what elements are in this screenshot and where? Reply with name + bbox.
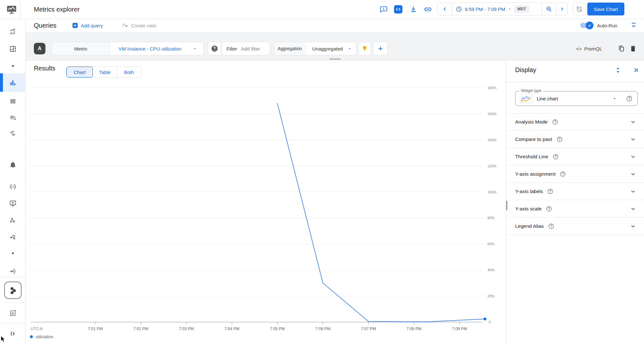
help-outline-icon[interactable] xyxy=(556,136,563,143)
delete-query-button[interactable] xyxy=(629,45,637,52)
metric-label: Metric xyxy=(52,42,110,55)
bubbles-icon xyxy=(9,233,17,241)
aggregation-value: Unaggregated xyxy=(312,46,343,51)
list-lines-icon xyxy=(9,97,17,105)
expand-sections-button[interactable] xyxy=(614,66,622,74)
help-outline-icon[interactable] xyxy=(547,188,553,195)
sidebar-item-synthetic-monitoring[interactable] xyxy=(9,199,17,207)
svg-text:7:03 PM: 7:03 PM xyxy=(179,327,194,331)
sidebar-item-list[interactable] xyxy=(9,97,17,105)
zoom-out-button[interactable] xyxy=(542,3,556,15)
help-outline-icon[interactable] xyxy=(553,153,559,160)
svg-text:180%: 180% xyxy=(487,86,496,90)
results-chart[interactable]: 180%160%140%120%100%80%60%40%20%07:01 PM… xyxy=(26,82,506,343)
tab-table[interactable]: Table xyxy=(93,67,117,78)
help-outline-icon[interactable] xyxy=(548,223,554,229)
metric-help-button[interactable] xyxy=(208,42,221,55)
share-link-button[interactable] xyxy=(423,5,432,14)
section-y-axis-labels[interactable]: Y-axis labels xyxy=(506,183,644,200)
sidebar-item-dashboards[interactable] xyxy=(9,45,17,53)
section-compare-to-past[interactable]: Compare to past xyxy=(506,131,644,148)
filter-input[interactable] xyxy=(239,42,270,55)
skip-right-icon xyxy=(631,66,639,74)
metric-value: VM Instance - CPU utilization xyxy=(119,46,181,51)
svg-text:140%: 140% xyxy=(487,138,496,142)
expand-nav-button[interactable] xyxy=(9,330,17,338)
chart-svg: 180%160%140%120%100%80%60%40%20%07:01 PM… xyxy=(26,82,506,343)
results-view-tabs: Chart Table Both xyxy=(66,66,141,78)
help-outline-icon[interactable] xyxy=(560,171,566,177)
help-outline-icon[interactable] xyxy=(552,119,558,125)
code-circle-icon xyxy=(9,183,17,190)
sidebar-item-integrations[interactable] xyxy=(9,233,17,241)
svg-text:60%: 60% xyxy=(487,242,495,246)
download-button[interactable] xyxy=(409,5,418,14)
sidebar-item-groups[interactable] xyxy=(9,217,17,224)
sidebar-item-settings[interactable] xyxy=(9,267,17,275)
time-range-selector[interactable]: 6:59 PM - 7:09 PM MDT xyxy=(452,3,542,15)
save-chart-button[interactable]: Save Chart xyxy=(587,3,624,15)
sidebar-item-overview[interactable] xyxy=(9,28,17,35)
sidebar-item-release-notes[interactable] xyxy=(9,309,17,317)
svg-text:UTC-6: UTC-6 xyxy=(31,327,43,331)
section-threshold-line[interactable]: Threshold Line xyxy=(506,148,644,165)
code-brackets-icon: <> xyxy=(576,46,582,51)
collapse-up-icon xyxy=(630,22,638,29)
section-analysis-mode[interactable]: Analysis Mode xyxy=(506,113,644,131)
feedback-button[interactable] xyxy=(379,5,388,14)
bar-chart-icon xyxy=(9,79,17,87)
chevron-down-icon xyxy=(630,136,637,143)
sidebar-item-pinned-product[interactable] xyxy=(4,282,22,299)
toggle-thumb xyxy=(586,22,593,29)
create-ratio-label: Create ratio xyxy=(131,23,156,28)
svg-text:7:09 PM: 7:09 PM xyxy=(452,327,467,331)
sidebar-item-metrics-explorer[interactable] xyxy=(9,79,17,87)
query-editor-button[interactable] xyxy=(394,5,403,14)
sidebar-item-alerting[interactable] xyxy=(9,161,17,169)
help-outline-icon[interactable] xyxy=(626,95,633,102)
aggregation-dropdown[interactable]: Unaggregated xyxy=(306,42,356,55)
auto-run-toggle[interactable] xyxy=(580,23,592,28)
filter-chip: Filter xyxy=(222,42,270,55)
time-back-button[interactable] xyxy=(438,3,452,15)
section-legend-alias[interactable]: Legend Alias xyxy=(506,218,644,235)
add-query-label: Add query xyxy=(81,23,103,28)
tab-both[interactable]: Both xyxy=(117,67,141,78)
collapse-panel-button[interactable] xyxy=(631,66,639,74)
scroll-indicator[interactable] xyxy=(506,201,507,210)
add-query-button[interactable]: Add query xyxy=(72,19,103,32)
promql-label: PromQL xyxy=(584,46,602,51)
tab-chart[interactable]: Chart xyxy=(66,67,93,78)
collapse-all-button[interactable] xyxy=(630,22,638,29)
duplicate-query-button[interactable] xyxy=(618,45,625,52)
resize-handle[interactable] xyxy=(329,58,341,60)
sidebar-item-uptime-checks[interactable] xyxy=(9,183,17,190)
help-outline-icon[interactable] xyxy=(546,206,552,212)
metric-dropdown[interactable]: VM Instance - CPU utilization xyxy=(110,42,203,55)
alerting-disabled-button[interactable] xyxy=(573,3,586,15)
chart-legend: utilization xyxy=(30,334,53,339)
query-letter-badge: A xyxy=(34,43,45,54)
auto-run-control: Auto-Run xyxy=(580,19,617,32)
time-forward-button[interactable] xyxy=(556,3,567,15)
widget-type-select[interactable]: Widget type Line chart xyxy=(515,91,638,106)
chevron-down-icon xyxy=(630,153,637,160)
chevron-down-icon xyxy=(630,118,637,125)
caret-down-icon xyxy=(193,47,197,51)
sidebar-item-trace[interactable] xyxy=(9,129,17,137)
create-ratio-button[interactable]: Create ratio xyxy=(121,19,156,32)
section-y-axis-assignment[interactable]: Y-axis assignment xyxy=(506,165,644,183)
promql-toggle[interactable]: <> PromQL xyxy=(576,42,602,55)
help-filled-icon xyxy=(211,45,218,52)
mouse-cursor xyxy=(1,336,5,343)
suggestion-button[interactable] xyxy=(358,42,371,55)
aggregation-chip: Aggregation Unaggregated xyxy=(274,42,357,55)
sidebar-item-log-search[interactable] xyxy=(9,114,17,122)
legend-series-label: utilization xyxy=(36,334,53,339)
top-bar: Metrics explorer 6:59 PM - 7:09 PM MDT xyxy=(0,0,644,19)
add-sub-query-button[interactable] xyxy=(373,42,388,55)
dashboard-icon xyxy=(9,45,17,53)
section-label: Legend Alias xyxy=(515,223,544,229)
section-y-axis-scale[interactable]: Y-axis scale xyxy=(506,200,644,218)
chevron-down-icon xyxy=(630,223,637,230)
